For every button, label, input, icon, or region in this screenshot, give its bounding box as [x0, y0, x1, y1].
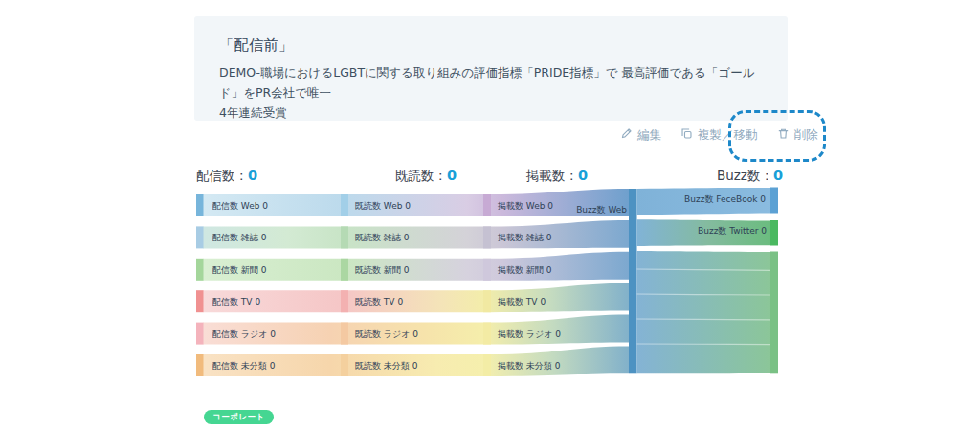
duplicate-move-button[interactable]: 複製／移動	[680, 125, 758, 145]
column-header-published-value: 0	[578, 168, 588, 183]
trash-icon	[777, 127, 790, 143]
label-delivered-magazine: 配信数 雑誌 0	[212, 233, 266, 242]
campaign-description: DEMO-職場におけるLGBTに関する取り組みの評価指標「PRIDE指標」で 最…	[219, 62, 759, 123]
label-buzz-twitter: Buzz数 Twitter 0	[660, 226, 767, 236]
column-header-buzz-value: 0	[773, 168, 783, 183]
node-delivered-tv	[196, 290, 204, 312]
column-header-buzz-label: Buzz数：	[717, 168, 773, 183]
label-published-newspaper: 掲載数 新聞 0	[498, 265, 551, 275]
label-read-magazine: 既読数 雑誌 0	[355, 233, 409, 242]
node-delivered-web	[196, 194, 204, 216]
edit-button[interactable]: 編集	[620, 125, 661, 145]
flow-buzz-other	[637, 251, 779, 373]
node-read-radio	[341, 323, 348, 345]
column-header-delivered-label: 配信数：	[196, 168, 248, 183]
node-published-tv	[483, 290, 491, 312]
label-read-tv: 既読数 TV 0	[355, 297, 403, 306]
node-delivered-radio	[196, 323, 204, 345]
duplicate-move-button-label: 複製／移動	[698, 127, 758, 144]
label-buzz-web: Buzz数 Web	[522, 205, 627, 215]
node-delivered-newspaper	[196, 259, 204, 281]
label-read-unclassified: 既読数 未分類 0	[355, 361, 417, 371]
label-delivered-unclassified: 配信数 未分類 0	[212, 361, 275, 371]
column-header-delivered-value: 0	[248, 168, 257, 183]
description-line-2: 4年連続受賞	[219, 102, 759, 123]
node-published-radio	[483, 323, 491, 345]
label-delivered-newspaper: 配信数 新聞 0	[212, 265, 266, 275]
node-read-web	[341, 194, 348, 216]
node-delivered-magazine	[196, 226, 204, 248]
pr-analytics-screen: 「配信前」 DEMO-職場におけるLGBTに関する取り組みの評価指標「PRIDE…	[0, 0, 980, 430]
label-read-newspaper: 既読数 新聞 0	[355, 265, 409, 275]
corporate-tag: コーポレート	[204, 410, 274, 424]
column-header-published: 掲載数：0	[526, 168, 588, 185]
label-published-radio: 掲載数 ラジオ 0	[498, 329, 561, 339]
node-buzz-other	[770, 252, 778, 374]
node-buzz-web	[629, 189, 637, 373]
label-delivered-tv: 配信数 TV 0	[212, 297, 260, 306]
label-published-tv: 掲載数 TV 0	[498, 297, 546, 306]
pencil-icon	[620, 127, 633, 143]
column-header-read-value: 0	[447, 168, 457, 183]
label-read-web: 既読数 Web 0	[355, 201, 411, 211]
column-header-buzz: Buzz数：0	[702, 168, 783, 185]
node-delivered-unclassified	[196, 354, 204, 376]
column-header-read-label: 既読数：	[395, 168, 447, 183]
copy-icon	[680, 127, 693, 143]
delete-button[interactable]: 削除	[777, 125, 818, 145]
edit-button-label: 編集	[637, 127, 661, 144]
node-published-unclassified	[483, 354, 491, 376]
description-line-1: DEMO-職場におけるLGBTに関する取り組みの評価指標「PRIDE指標」で 最…	[219, 62, 759, 102]
node-read-tv	[341, 290, 348, 312]
label-delivered-web: 配信数 Web 0	[212, 201, 268, 211]
node-read-newspaper	[341, 259, 348, 281]
label-published-magazine: 掲載数 雑誌 0	[498, 233, 551, 242]
flow-tv	[196, 283, 629, 313]
delete-button-label: 削除	[794, 127, 818, 144]
toolbar: 編集 複製／移動 削除	[620, 125, 818, 145]
node-published-newspaper	[483, 259, 491, 281]
label-read-radio: 既読数 ラジオ 0	[355, 329, 418, 339]
node-published-web	[483, 194, 491, 216]
label-buzz-facebook: Buzz数 FeceBook 0	[658, 194, 766, 204]
label-published-unclassified: 掲載数 未分類 0	[498, 361, 560, 371]
node-published-magazine	[483, 226, 491, 248]
column-header-read: 既読数：0	[395, 168, 457, 185]
node-buzz-facebook	[770, 188, 778, 214]
label-delivered-radio: 配信数 ラジオ 0	[212, 329, 276, 339]
column-header-published-label: 掲載数：	[526, 168, 578, 183]
node-read-magazine	[341, 226, 348, 248]
column-header-delivered: 配信数：0	[196, 168, 257, 185]
page-title: 「配信前」	[219, 36, 759, 55]
node-buzz-twitter	[770, 220, 778, 246]
node-read-unclassified	[341, 354, 348, 376]
campaign-card: 「配信前」 DEMO-職場におけるLGBTに関する取り組みの評価指標「PRIDE…	[194, 16, 788, 121]
